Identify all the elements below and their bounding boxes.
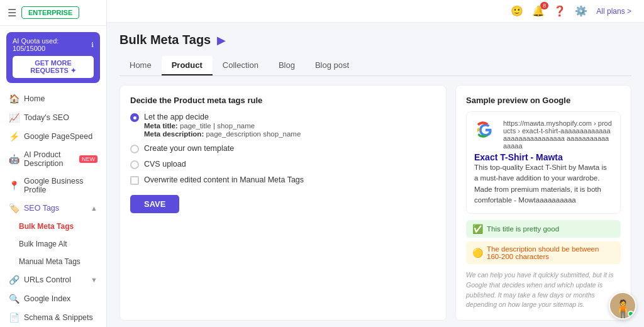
sidebar-item-schema[interactable]: 📄 Schema & Snippets [0,308,106,327]
radio-label: Let the app decide [144,113,301,121]
status-good-text: This title is pretty good [487,225,559,233]
radio-dot-empty2 [130,160,139,169]
sidebar-item-ai-product[interactable]: 🤖 AI Product Description NEW [0,146,106,172]
status-warn-badge: 🟡 The description should be between 160-… [466,241,621,264]
meta-title-detail: Meta title: page_title | shop_name [144,122,301,130]
tab-blog-post[interactable]: Blog post [305,56,359,75]
tab-blog[interactable]: Blog [269,56,305,75]
topbar: 🙂 🔔 8 ❓ ⚙️ All plans > [107,0,644,23]
warn-icon: 🟡 [472,248,483,258]
google-logo-row: https://mawta.myshopify.com › products ›… [474,119,613,150]
google-preview-box: https://mawta.myshopify.com › products ›… [466,111,621,214]
hamburger-icon[interactable]: ☰ [8,7,16,19]
radio-label: Create your own template [144,144,234,153]
sidebar-item-manual-meta-tags[interactable]: Manual Meta Tags [0,253,106,270]
sidebar-item-label: Google Index [24,294,70,303]
sidebar-item-label: Bulk Image Alt [19,240,67,248]
sidebar-item-todays-seo[interactable]: 📈 Today's SEO [0,108,106,127]
enterprise-button[interactable]: ENTERPRISE [21,6,79,19]
google-preview-title: Sample preview on Google [466,96,621,105]
radio-label: Overwrite edited content in Manual Meta … [144,175,304,184]
avatar[interactable]: 🧍 [609,292,636,319]
radio-label: CVS upload [144,160,186,169]
sidebar-item-urls-control[interactable]: 🔗 URLs Control ▼ [0,270,106,289]
sidebar-item-label: Home [24,94,45,103]
save-button[interactable]: SAVE [130,195,179,213]
quota-text: AI Quota used: 105/15000 ℹ [13,37,94,52]
google-preview-url: https://mawta.myshopify.com › products ›… [503,119,613,150]
radio-group: Let the app decide Meta title: page_titl… [130,113,436,185]
right-panel: Sample preview on Google https://mawta. [455,85,631,321]
quota-info-icon[interactable]: ℹ [91,41,94,49]
google-url-title-group: https://mawta.myshopify.com › products ›… [503,119,613,150]
urls-icon: 🔗 [9,275,19,285]
sidebar-item-label: SEO Tags [24,204,59,213]
bell-icon[interactable]: 🔔 8 [532,5,545,17]
sidebar-item-label: Schema & Snippets [24,313,93,322]
sidebar-item-label: Today's SEO [24,113,69,122]
settings-icon[interactable]: ⚙️ [575,5,587,17]
chevron-up-icon: ▲ [91,204,97,212]
radio-overwrite[interactable]: Overwrite edited content in Manual Meta … [130,175,436,185]
radio-let-app[interactable]: Let the app decide Meta title: page_titl… [130,113,436,138]
todays-seo-icon: 📈 [9,113,19,123]
quota-label: AI Quota used: 105/15000 [13,37,89,52]
radio-label-group: Let the app decide Meta title: page_titl… [144,113,301,138]
ai-icon: 🤖 [9,154,19,164]
all-plans-button[interactable]: All plans > [596,7,631,16]
schema-icon: 📄 [9,313,19,323]
get-more-button[interactable]: GET MORE REQUESTS ✦ [13,56,94,78]
radio-cvs-upload[interactable]: CVS upload [130,160,436,169]
chevron-right-icon: ▼ [91,276,97,284]
google-preview-description: This top-quality Exact T-Shirt by Mawta … [474,162,613,206]
status-warn-text: The description should be between 160-20… [487,245,614,260]
notification-badge: 8 [540,2,548,9]
sidebar-item-google-index[interactable]: 🔍 Google Index [0,289,106,308]
tab-home[interactable]: Home [119,56,162,75]
emoji-icon[interactable]: 🙂 [511,5,523,17]
sidebar-item-label: URLs Control [24,275,71,284]
topbar-icons: 🙂 🔔 8 ❓ ⚙️ All plans > [511,5,631,17]
radio-create-template[interactable]: Create your own template [130,144,436,153]
play-icon[interactable]: ▶ [217,33,226,47]
tab-collection[interactable]: Collection [213,56,269,75]
online-status-dot [628,311,634,317]
content-area: Bulk Meta Tags ▶ Home Product Collection… [107,23,644,327]
sidebar-item-seo-tags[interactable]: 🏷️ SEO Tags ▲ [0,199,106,218]
new-badge: NEW [79,155,97,163]
sidebar-item-label: Google PageSpeed [24,132,92,141]
home-icon: 🏠 [9,94,19,104]
checkbox-overwrite [130,176,139,185]
sidebar-item-label: Bulk Meta Tags [19,222,74,231]
two-column-layout: Decide the Product meta tags rule Let th… [119,85,631,321]
page-title-row: Bulk Meta Tags ▶ [119,33,631,47]
page-title: Bulk Meta Tags [119,33,211,47]
sidebar-item-bulk-image-alt[interactable]: Bulk Image Alt [0,235,106,253]
status-good-badge: ✅ This title is pretty good [466,220,621,238]
google-preview-page-title: Exact T-Shirt - Mawta [474,152,613,162]
sidebar-header: ☰ ENTERPRISE [0,0,106,26]
help-icon[interactable]: ❓ [553,5,566,17]
sidebar-item-label: AI Product Description [24,150,73,168]
tab-bar: Home Product Collection Blog Blog post [119,56,631,76]
meta-desc-detail: Meta description: page_description shop_… [144,130,301,138]
sidebar-item-bulk-meta-tags[interactable]: Bulk Meta Tags [0,218,106,235]
radio-dot-selected [130,113,139,122]
google-index-icon: 🔍 [9,294,19,304]
main-content: 🙂 🔔 8 ❓ ⚙️ All plans > Bulk Meta Tags ▶ … [107,0,644,327]
seo-tags-icon: 🏷️ [9,203,19,213]
sidebar-item-label: Google Business Profile [24,177,97,194]
sidebar-item-pagespeed[interactable]: ⚡ Google PageSpeed [0,127,106,146]
left-panel: Decide the Product meta tags rule Let th… [119,85,447,321]
left-panel-title: Decide the Product meta tags rule [130,96,436,105]
sidebar-item-label: Manual Meta Tags [19,257,80,266]
google-business-icon: 📍 [9,180,19,191]
sidebar: ☰ ENTERPRISE AI Quota used: 105/15000 ℹ … [0,0,107,327]
tab-product[interactable]: Product [162,56,213,75]
check-icon: ✅ [472,224,483,234]
sidebar-item-home[interactable]: 🏠 Home [0,89,106,108]
google-note: We can help you have it quickly submitte… [466,270,621,310]
quota-box: AI Quota used: 105/15000 ℹ GET MORE REQU… [6,32,100,83]
sidebar-item-google-business[interactable]: 📍 Google Business Profile [0,172,106,199]
pagespeed-icon: ⚡ [9,131,19,141]
